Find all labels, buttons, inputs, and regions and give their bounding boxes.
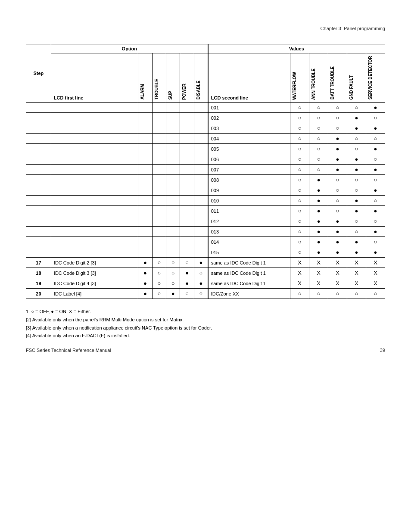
cell-option [51, 134, 138, 144]
cell-disable [194, 185, 208, 196]
cell-power [180, 165, 194, 175]
cell-power [180, 144, 194, 154]
cell-gnd: X [347, 268, 366, 278]
cell-lcd2: 015 [208, 247, 290, 258]
cell-sup [166, 175, 180, 185]
cell-power: ● [180, 278, 194, 289]
cell-gnd: ○ [347, 103, 366, 113]
table-row: 18IDC Code Digit 3 [3]●○○●○same as IDC C… [26, 268, 385, 278]
cell-service: ● [366, 206, 385, 216]
cell-gnd: ○ [347, 289, 366, 299]
cell-service: ● [366, 103, 385, 113]
cell-sup [166, 165, 180, 175]
cell-alarm: ● [138, 268, 152, 278]
cell-lcd2: same as IDC Code Digit 1 [208, 268, 290, 278]
cell-ann: ○ [309, 103, 328, 113]
cell-service: ○ [366, 196, 385, 206]
table-row: 004○○●○○ [26, 134, 385, 144]
cell-disable [194, 113, 208, 123]
cell-ann: ● [309, 237, 328, 247]
cell-lcd2: 010 [208, 196, 290, 206]
cell-waterflow: X [290, 278, 309, 289]
cell-trouble [152, 227, 166, 237]
cell-trouble [152, 216, 166, 227]
cell-batt: ○ [328, 206, 347, 216]
cell-lcd2: 008 [208, 175, 290, 185]
table-body: 001○○○○●002○○○●○003○○○●●004○○●○○005○○●○●… [26, 103, 385, 299]
cell-option [51, 154, 138, 165]
cell-trouble: ○ [152, 268, 166, 278]
cell-trouble [152, 154, 166, 165]
cell-trouble [152, 237, 166, 247]
cell-disable [194, 144, 208, 154]
cell-service: ● [366, 247, 385, 258]
table-row: 010○●○●○ [26, 196, 385, 206]
cell-lcd2: 004 [208, 134, 290, 144]
cell-trouble [152, 144, 166, 154]
table-row: 006○○●●○ [26, 154, 385, 165]
cell-service: ○ [366, 175, 385, 185]
cell-power [180, 216, 194, 227]
cell-trouble: ○ [152, 278, 166, 289]
cell-trouble [152, 206, 166, 216]
cell-batt: ● [328, 134, 347, 144]
cell-service: ● [366, 144, 385, 154]
cell-step [26, 237, 51, 247]
page: Chapter 3: Panel programming Step [0, 0, 411, 366]
cell-ann: ○ [309, 123, 328, 134]
cell-step [26, 154, 51, 165]
cell-option [51, 206, 138, 216]
cell-step [26, 134, 51, 144]
cell-ann: ○ [309, 165, 328, 175]
cell-batt: ● [328, 216, 347, 227]
values-header: Values [208, 44, 385, 53]
cell-disable [194, 237, 208, 247]
cell-gnd: ● [347, 123, 366, 134]
cell-sup [166, 185, 180, 196]
cell-power [180, 123, 194, 134]
cell-waterflow: ○ [290, 185, 309, 196]
cell-gnd: ● [347, 237, 366, 247]
cell-power [180, 175, 194, 185]
cell-power: ○ [180, 289, 194, 299]
table-row: 007○○●●● [26, 165, 385, 175]
table-row: 012○●●○○ [26, 216, 385, 227]
cell-lcd2: IDC/Zone XX [208, 289, 290, 299]
cell-sup [166, 196, 180, 206]
cell-alarm [138, 123, 152, 134]
cell-waterflow: ○ [290, 165, 309, 175]
cell-disable: ● [194, 278, 208, 289]
table-row: 008○●○○○ [26, 175, 385, 185]
cell-option [51, 247, 138, 258]
gnd-fault-header: GND FAULT [347, 53, 366, 103]
cell-step [26, 206, 51, 216]
cell-batt: ○ [328, 123, 347, 134]
cell-option [51, 227, 138, 237]
cell-alarm [138, 154, 152, 165]
cell-batt: ● [328, 144, 347, 154]
cell-waterflow: ○ [290, 289, 309, 299]
cell-gnd: X [347, 278, 366, 289]
cell-service: ● [366, 123, 385, 134]
cell-disable: ○ [194, 268, 208, 278]
cell-alarm [138, 134, 152, 144]
cell-sup [166, 144, 180, 154]
cell-sup [166, 206, 180, 216]
cell-alarm [138, 206, 152, 216]
cell-batt: ○ [328, 196, 347, 206]
cell-gnd: ● [347, 206, 366, 216]
power-header: POWER [180, 53, 194, 103]
cell-alarm [138, 175, 152, 185]
cell-batt: X [328, 258, 347, 268]
cell-waterflow: ○ [290, 227, 309, 237]
cell-sup [166, 237, 180, 247]
cell-power [180, 103, 194, 113]
cell-power [180, 196, 194, 206]
cell-batt: ○ [328, 185, 347, 196]
cell-sup [166, 103, 180, 113]
cell-option: IDC Code Digit 3 [3] [51, 268, 138, 278]
cell-waterflow: ○ [290, 144, 309, 154]
option-header: Option [51, 44, 208, 53]
cell-power [180, 113, 194, 123]
cell-trouble [152, 165, 166, 175]
